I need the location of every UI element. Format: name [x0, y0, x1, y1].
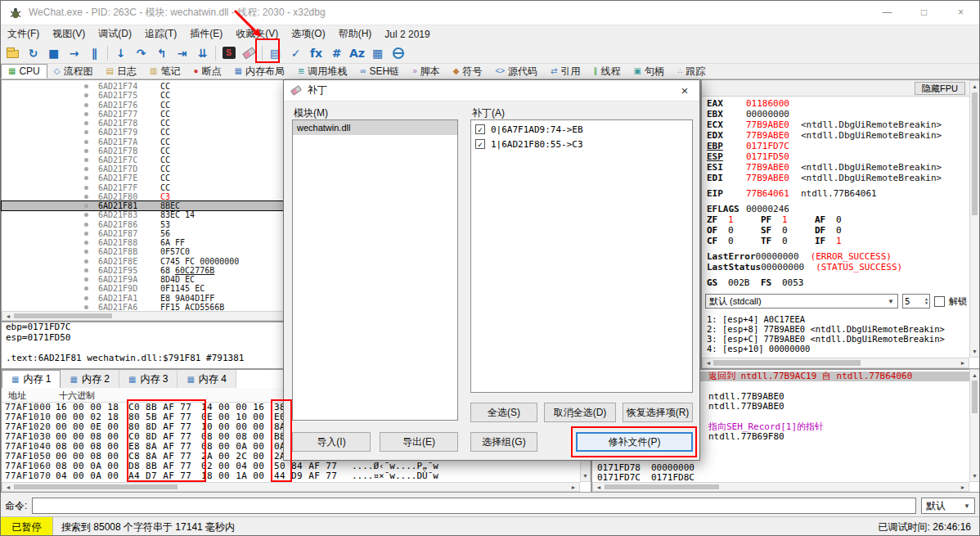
stack-row-9[interactable]: 0171FD7800000000 — [592, 463, 969, 473]
stack-hscroll[interactable]: ◄► — [592, 482, 969, 492]
run-button[interactable]: → — [64, 43, 84, 63]
stop-button[interactable]: ■ — [43, 43, 64, 63]
tab-handles[interactable]: ▣句柄 — [627, 64, 670, 79]
scroll-thumb[interactable] — [14, 484, 178, 489]
minimize-button[interactable]: — — [869, 1, 906, 25]
address-link[interactable]: 60C2776B — [175, 266, 214, 275]
menu-trace[interactable]: 追踪(T) — [138, 27, 183, 41]
module-item[interactable]: wechatwin.dll — [293, 120, 457, 135]
scroll-arrow-icon[interactable]: ◄ — [595, 483, 603, 492]
patch-checkbox[interactable]: ✓ — [475, 139, 485, 149]
scroll-arrow-icon[interactable]: ◄ — [704, 358, 713, 367]
scroll-arrow-icon[interactable]: ◄ — [4, 312, 12, 321]
breakpoint-dot[interactable] — [84, 149, 88, 153]
tab-threads[interactable]: ∥线程 — [587, 64, 627, 79]
case-convert-button[interactable]: Az — [347, 43, 367, 63]
select-all-button[interactable]: 全选(S) — [470, 403, 537, 422]
close-button[interactable]: × — [942, 1, 979, 25]
menu-favourites[interactable]: 收藏夹(V) — [229, 27, 285, 41]
scroll-arrow-icon[interactable]: ► — [959, 358, 967, 367]
select-group-button[interactable]: 选择组(G) — [470, 432, 537, 452]
run-to-cursor-button[interactable]: ⇥ — [172, 43, 192, 63]
register-value[interactable]: 00000000 — [746, 109, 789, 119]
breakpoint-dot[interactable] — [84, 167, 88, 171]
tab-dump2[interactable]: ▦内存 2 — [61, 370, 119, 388]
unlock-checkbox[interactable] — [934, 296, 945, 307]
scroll-arrow-icon[interactable]: ◄ — [4, 483, 12, 492]
breakpoint-dot[interactable] — [84, 277, 88, 282]
functions-button[interactable]: fx — [306, 43, 326, 63]
register-value[interactable]: 77B9ABE0 — [746, 130, 789, 141]
flag-value-CF[interactable]: 0 — [728, 236, 761, 246]
tab-dump4[interactable]: ▦内存 4 — [178, 370, 236, 388]
step-out-button[interactable]: ↰ — [151, 43, 172, 63]
step-into-button[interactable]: ↓ — [110, 43, 131, 63]
deselect-all-button[interactable]: 取消全选(D) — [544, 403, 616, 422]
register-value[interactable]: 01186000 — [746, 98, 789, 109]
registers-hscroll[interactable]: ◄► — [702, 358, 969, 368]
menu-help[interactable]: 帮助(H) — [332, 27, 379, 41]
register-value[interactable]: 77B9ABE0 — [746, 119, 789, 130]
scroll-arrow-icon[interactable]: ► — [569, 483, 578, 492]
scroll-arrow-icon[interactable]: ▼ — [581, 471, 590, 480]
tab-script[interactable]: »脚本 — [406, 64, 447, 79]
tab-cpu[interactable]: ▦CPU — [1, 64, 47, 79]
patch-file-button[interactable]: 修补文件(P) — [576, 432, 693, 452]
breakpoint-dot[interactable] — [84, 176, 88, 180]
breakpoint-dot[interactable] — [84, 232, 88, 236]
patch-button[interactable] — [239, 43, 259, 63]
register-value[interactable]: 77B9ABE0 — [746, 173, 789, 183]
argument-row[interactable]: 3: [esp+C] 77B9ABE0 <ntdll.DbgUiRemoteBr… — [702, 334, 969, 344]
patch-item-0[interactable]: ✓0|6A7F1AD9:74->EB — [471, 122, 692, 137]
argument-row[interactable]: 2: [esp+8] 77B9ABE0 <ntdll.DbgUiRemoteBr… — [702, 324, 969, 334]
flag-value-IF[interactable]: 1 — [836, 236, 869, 246]
breakpoint-dot[interactable] — [84, 84, 88, 88]
register-value[interactable]: 0171FD7C — [746, 141, 789, 151]
flag-value-ZF[interactable]: 1 — [728, 214, 761, 225]
tab-seh[interactable]: ∞SEH链 — [353, 64, 406, 79]
step-over-button[interactable]: ↷ — [131, 43, 151, 63]
breakpoint-dot[interactable] — [84, 268, 88, 273]
flag-value-OF[interactable]: 0 — [728, 225, 761, 236]
breakpoint-dot[interactable] — [84, 204, 88, 208]
tab-trace[interactable]: ∴跟踪 — [671, 64, 712, 79]
flag-value-DF[interactable]: 0 — [836, 225, 869, 236]
menu-plugins[interactable]: 插件(E) — [183, 27, 229, 41]
stack-vscroll[interactable]: ▲▼ — [969, 369, 980, 482]
breakpoint-dot[interactable] — [84, 121, 88, 125]
register-value[interactable]: 00000000 — [756, 251, 799, 262]
menu-file[interactable]: 文件(F) — [1, 27, 46, 41]
command-profile-select[interactable]: 默认 ▼ — [921, 498, 975, 514]
registers-vscroll[interactable]: ▲▼ — [969, 80, 980, 358]
menu-debug[interactable]: 调试(D) — [92, 27, 138, 41]
dump-hscroll[interactable]: ◄► — [2, 482, 580, 492]
tab-log[interactable]: ▤日志 — [100, 64, 143, 79]
flag-value-TF[interactable]: 0 — [782, 236, 815, 246]
breakpoint-dot[interactable] — [84, 186, 88, 190]
argument-row[interactable]: 4: [esp+10] 00000000 — [702, 344, 969, 354]
hash-button[interactable]: # — [326, 43, 347, 63]
menu-view[interactable]: 视图(V) — [46, 27, 92, 41]
animate-into-button[interactable]: ⇊ — [192, 43, 213, 63]
register-value[interactable]: 77B64061 — [746, 188, 789, 199]
tab-dump3[interactable]: ▦内存 3 — [119, 370, 178, 388]
breakpoint-dot[interactable] — [84, 305, 88, 309]
register-value[interactable]: 00000246 — [746, 204, 789, 214]
breakpoint-dot[interactable] — [84, 158, 88, 162]
scylla-plugin-button[interactable]: S — [218, 43, 239, 63]
tab-symbols[interactable]: ◆符号 — [447, 64, 489, 79]
pause-button[interactable]: ∥ — [84, 43, 105, 63]
breakpoint-dot[interactable] — [84, 103, 88, 107]
scroll-thumb[interactable] — [713, 360, 861, 366]
args-depth-spinner[interactable]: 5 ▲▼ — [902, 294, 930, 309]
flag-value-FS[interactable]: 0053 — [782, 277, 815, 288]
command-input[interactable] — [32, 498, 916, 514]
hide-fpu-button[interactable]: 隐藏FPU — [915, 82, 965, 95]
patch-item-1[interactable]: ✓1|6AD21F80:55->C3 — [471, 137, 692, 151]
tab-dump1[interactable]: ▦内存 1 — [2, 370, 61, 388]
tab-call-stack[interactable]: ≣调用堆栈 — [291, 64, 353, 79]
breakpoint-dot[interactable] — [84, 241, 88, 245]
scroll-arrow-icon[interactable]: ▼ — [970, 347, 979, 356]
spinner-down-icon[interactable]: ▼ — [925, 301, 928, 305]
maximize-button[interactable]: □ — [906, 1, 942, 25]
